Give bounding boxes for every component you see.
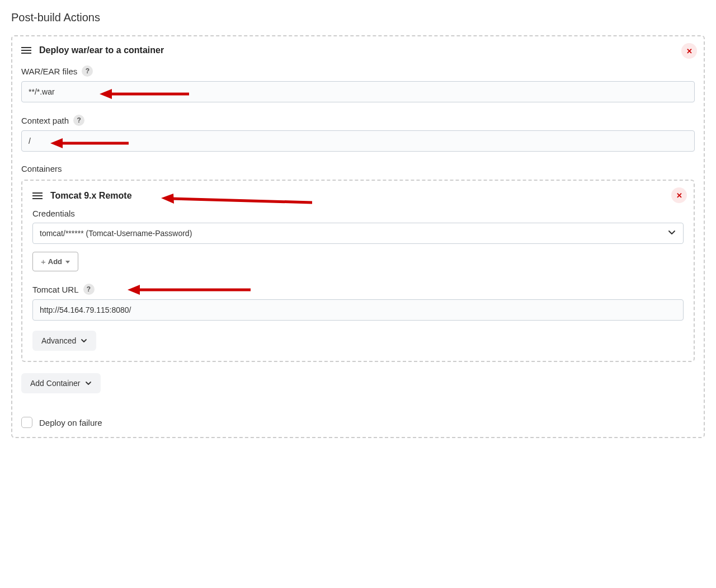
chevron-down-icon [85, 380, 92, 387]
help-icon[interactable]: ? [83, 284, 95, 295]
add-container-button[interactable]: Add Container [21, 373, 101, 393]
chevron-down-icon [81, 337, 87, 344]
war-files-label: WAR/EAR files [21, 67, 77, 76]
add-container-label: Add Container [30, 379, 81, 388]
war-files-input[interactable] [21, 81, 695, 102]
credentials-select[interactable]: tomcat/****** (Tomcat-Username-Password) [32, 223, 684, 244]
help-icon[interactable]: ? [82, 65, 93, 77]
drag-handle-icon[interactable] [21, 47, 31, 54]
tomcat-url-input[interactable] [32, 299, 684, 321]
advanced-button-label: Advanced [41, 336, 76, 345]
advanced-button[interactable]: Advanced [32, 331, 96, 351]
credentials-label: Credentials [32, 209, 75, 218]
context-path-input[interactable] [21, 130, 695, 152]
deploy-on-failure-checkbox[interactable] [21, 417, 32, 428]
svg-line-4 [171, 199, 312, 203]
container-title: Tomcat 9.x Remote [50, 191, 132, 201]
drag-handle-icon[interactable] [32, 192, 43, 199]
container-box: Tomcat 9.x Remote Credentials tomcat/***… [21, 180, 695, 362]
arrow-annotation [161, 192, 312, 208]
svg-marker-8 [128, 285, 140, 295]
svg-marker-5 [161, 194, 174, 204]
deploy-action-box: Deploy war/ear to a container WAR/EAR fi… [11, 35, 705, 438]
plus-icon: + [41, 257, 46, 266]
svg-marker-6 [65, 261, 70, 264]
page-title: Post-build Actions [11, 11, 705, 24]
tomcat-url-label: Tomcat URL [32, 285, 79, 294]
section-title: Deploy war/ear to a container [39, 45, 164, 55]
containers-label: Containers [21, 164, 62, 173]
arrow-annotation [128, 283, 251, 297]
add-button-label: Add [48, 257, 62, 266]
add-credentials-button[interactable]: + Add [32, 252, 78, 271]
caret-down-icon [65, 257, 70, 266]
remove-container-button[interactable] [671, 187, 687, 203]
deploy-on-failure-label: Deploy on failure [39, 418, 102, 427]
help-icon[interactable]: ? [73, 115, 84, 126]
remove-action-button[interactable] [681, 43, 697, 59]
context-path-label: Context path [21, 116, 69, 125]
